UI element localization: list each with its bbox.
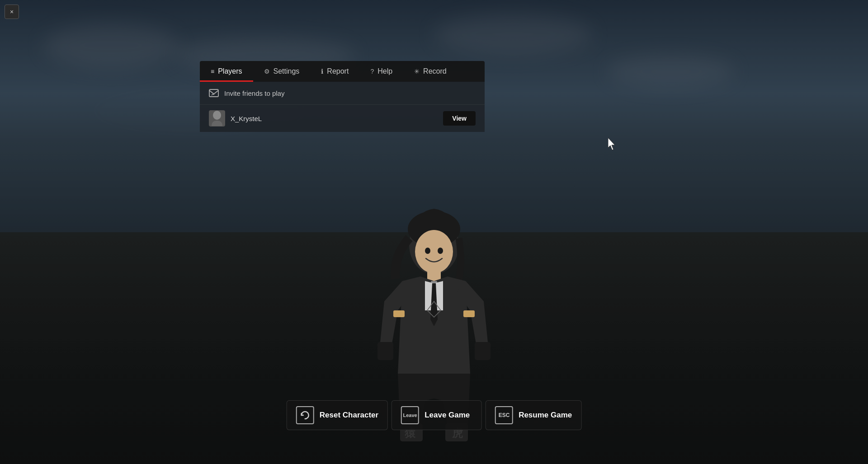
report-icon: ℹ xyxy=(321,68,323,75)
bottom-buttons: Reset Character Leave Leave Game ESC Res… xyxy=(287,400,582,430)
help-icon: ? xyxy=(370,68,374,75)
record-icon: ✳ xyxy=(414,68,420,75)
esc-badge: ESC xyxy=(499,412,510,418)
svg-point-4 xyxy=(438,248,443,254)
menu-panel: ≡ Players ⚙ Settings ℹ Report ? Help ✳ R… xyxy=(200,61,485,132)
svg-point-3 xyxy=(425,248,430,254)
menu-content: Invite friends to play X_KrysteL View xyxy=(200,82,485,132)
tab-help[interactable]: ? Help xyxy=(359,61,403,82)
player-avatar xyxy=(209,110,225,127)
svg-rect-16 xyxy=(209,89,218,97)
leave-game-label: Leave Game xyxy=(425,411,470,420)
tab-record[interactable]: ✳ Record xyxy=(403,61,458,82)
tab-record-label: Record xyxy=(423,67,447,75)
resume-game-button[interactable]: ESC Resume Game xyxy=(486,400,581,430)
close-button[interactable]: × xyxy=(5,5,19,19)
leave-game-button[interactable]: Leave Leave Game xyxy=(392,400,482,430)
tab-settings[interactable]: ⚙ Settings xyxy=(253,61,311,82)
svg-rect-8 xyxy=(393,310,405,317)
settings-icon: ⚙ xyxy=(264,68,270,75)
svg-rect-5 xyxy=(427,270,441,281)
leave-badge: Leave xyxy=(403,412,417,418)
players-icon: ≡ xyxy=(211,68,214,75)
close-icon: × xyxy=(10,8,14,15)
player-row: X_KrysteL View xyxy=(200,105,485,132)
reset-character-label: Reset Character xyxy=(320,411,378,420)
tab-report[interactable]: ℹ Report xyxy=(310,61,359,82)
envelope-icon xyxy=(209,89,219,97)
invite-text: Invite friends to play xyxy=(224,89,284,97)
leave-icon: Leave xyxy=(401,406,419,424)
resume-game-label: Resume Game xyxy=(519,411,572,420)
invite-row[interactable]: Invite friends to play xyxy=(200,82,485,105)
svg-point-17 xyxy=(213,111,221,120)
svg-rect-9 xyxy=(475,342,491,360)
reset-character-button[interactable]: Reset Character xyxy=(287,400,388,430)
svg-rect-7 xyxy=(377,342,393,360)
tab-players-label: Players xyxy=(218,67,242,75)
tab-players[interactable]: ≡ Players xyxy=(200,61,253,82)
player-name: X_KrysteL xyxy=(231,115,438,122)
tab-bar: ≡ Players ⚙ Settings ℹ Report ? Help ✳ R… xyxy=(200,61,485,82)
svg-point-2 xyxy=(415,230,453,273)
tab-report-label: Report xyxy=(327,67,349,75)
esc-icon: ESC xyxy=(495,406,513,424)
reset-icon xyxy=(296,406,314,424)
svg-rect-10 xyxy=(463,310,475,317)
tab-help-label: Help xyxy=(377,67,392,75)
tab-settings-label: Settings xyxy=(274,67,300,75)
view-button[interactable]: View xyxy=(443,111,476,126)
